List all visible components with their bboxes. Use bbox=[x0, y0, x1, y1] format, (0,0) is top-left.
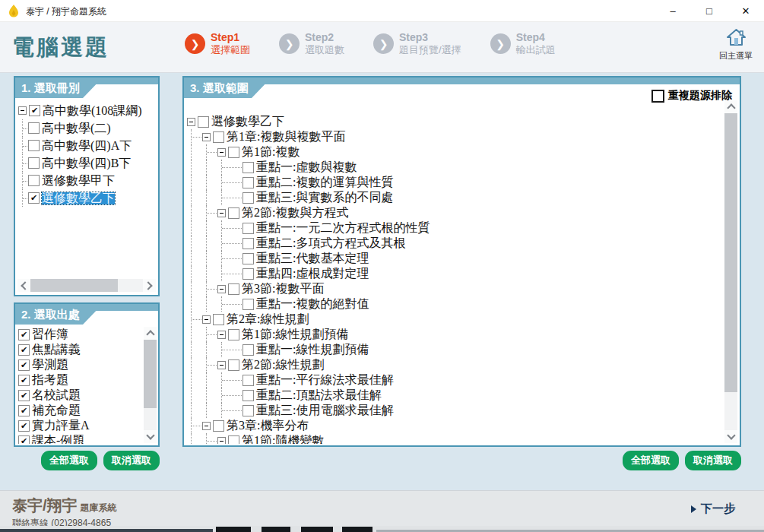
scrollbar-thumb[interactable] bbox=[724, 113, 737, 392]
node-checkbox[interactable] bbox=[18, 344, 30, 356]
collapse-minus-icon[interactable] bbox=[187, 118, 195, 126]
collapse-minus-icon[interactable] bbox=[217, 148, 226, 157]
collapse-minus-icon[interactable] bbox=[217, 331, 226, 339]
collapse-minus-icon[interactable] bbox=[202, 133, 211, 141]
scroll-left-button[interactable] bbox=[17, 279, 30, 292]
collapse-minus-icon[interactable] bbox=[217, 437, 226, 445]
scrollbar-thumb[interactable] bbox=[30, 279, 118, 292]
node-checkbox[interactable] bbox=[228, 207, 239, 219]
scope-label[interactable]: 第3節:複數平面 bbox=[242, 283, 324, 295]
collapse-minus-icon[interactable] bbox=[217, 285, 226, 293]
scope-label[interactable]: 重點一:平行線法求最佳解 bbox=[256, 374, 393, 386]
source-label[interactable]: 實力評量A bbox=[32, 420, 90, 432]
scope-label[interactable]: 第1節:隨機變數 bbox=[242, 435, 324, 444]
source-label[interactable]: 焦點講義 bbox=[32, 344, 81, 356]
collapse-minus-icon[interactable] bbox=[217, 209, 226, 217]
scope-label[interactable]: 重點一:複數的絕對值 bbox=[256, 298, 369, 310]
step-2[interactable]: ❯ Step2 選取題數 bbox=[279, 31, 344, 56]
source-label[interactable]: 名校試題 bbox=[32, 389, 81, 401]
scope-label[interactable]: 第2章:線性規劃 bbox=[227, 313, 309, 325]
node-checkbox[interactable] bbox=[243, 344, 254, 356]
step-3[interactable]: ❯ Step3 題目預覽/選擇 bbox=[373, 31, 461, 56]
collapse-minus-icon[interactable] bbox=[202, 315, 211, 324]
node-checkbox[interactable] bbox=[228, 329, 239, 340]
scrollbar-track[interactable] bbox=[144, 340, 157, 430]
node-checkbox[interactable] bbox=[18, 420, 30, 432]
scrollbar-track[interactable] bbox=[724, 113, 737, 430]
node-checkbox[interactable] bbox=[28, 157, 40, 169]
scope-label[interactable]: 重點一:線性規劃預備 bbox=[256, 344, 369, 356]
scroll-up-button[interactable] bbox=[724, 100, 737, 113]
scope-label[interactable]: 重點三:代數基本定理 bbox=[256, 252, 369, 264]
source-label[interactable]: 課本-例題 bbox=[32, 435, 84, 444]
scroll-right-button[interactable] bbox=[143, 279, 156, 292]
node-checkbox[interactable] bbox=[228, 283, 239, 295]
scope-label[interactable]: 選修數學乙下 bbox=[211, 116, 284, 128]
scope-label[interactable]: 重點四:虛根成對定理 bbox=[256, 268, 369, 280]
node-checkbox[interactable] bbox=[243, 223, 254, 234]
node-checkbox[interactable] bbox=[18, 435, 30, 445]
scope-label[interactable]: 第2節:線性規劃 bbox=[242, 359, 324, 371]
source-label[interactable]: 補充命題 bbox=[32, 404, 81, 416]
scope-label[interactable]: 第3章:機率分布 bbox=[227, 420, 309, 432]
book-label[interactable]: 選修數學甲下 bbox=[42, 175, 115, 187]
scope-label[interactable]: 重點一:虛數與複數 bbox=[256, 161, 357, 173]
duplicate-filter-checkbox[interactable] bbox=[651, 90, 664, 103]
maximize-button[interactable]: □ bbox=[691, 0, 728, 21]
node-checkbox[interactable] bbox=[28, 175, 40, 186]
book-label[interactable]: 高中數學(四)A下 bbox=[42, 140, 132, 152]
node-checkbox[interactable] bbox=[228, 435, 239, 445]
step-4[interactable]: ❯ Step4 輸出試題 bbox=[490, 31, 556, 56]
node-checkbox[interactable] bbox=[243, 299, 254, 310]
scroll-up-button[interactable] bbox=[144, 327, 157, 340]
scroll-down-button[interactable] bbox=[144, 430, 157, 443]
node-checkbox[interactable] bbox=[243, 192, 254, 204]
scrollbar-track[interactable] bbox=[30, 279, 143, 292]
node-checkbox[interactable] bbox=[243, 177, 254, 188]
duplicate-source-filter[interactable]: 重複題源排除 bbox=[648, 87, 735, 104]
home-button[interactable]: 回主選單 bbox=[714, 28, 758, 62]
minimize-button[interactable]: – bbox=[655, 0, 691, 21]
collapse-minus-icon[interactable] bbox=[18, 106, 27, 115]
node-checkbox[interactable] bbox=[29, 105, 40, 116]
scroll-down-button[interactable] bbox=[724, 430, 737, 443]
book-label[interactable]: 高中數學(四)B下 bbox=[42, 157, 131, 169]
collapse-minus-icon[interactable] bbox=[217, 361, 226, 369]
node-checkbox[interactable] bbox=[213, 131, 224, 143]
scope-label[interactable]: 重點二:多項式方程式及其根 bbox=[256, 237, 405, 249]
scope-label[interactable]: 第1節:複數 bbox=[242, 146, 300, 158]
node-checkbox[interactable] bbox=[213, 420, 224, 432]
scope-label[interactable]: 重點一:一元二次方程式根的性質 bbox=[256, 222, 430, 234]
step-1[interactable]: ❯ Step1 選擇範圍 bbox=[185, 31, 250, 56]
scrollbar-thumb[interactable] bbox=[144, 340, 157, 408]
scope-label[interactable]: 重點二:複數的運算與性質 bbox=[256, 176, 393, 188]
scope-label[interactable]: 重點三:與實數系的不同處 bbox=[256, 192, 393, 204]
node-checkbox[interactable] bbox=[243, 375, 254, 386]
deselect-all-button[interactable]: 取消選取 bbox=[685, 451, 741, 470]
scope-label[interactable]: 重點二:頂點法求最佳解 bbox=[256, 389, 381, 401]
book-label[interactable]: 選修數學乙下 bbox=[42, 192, 115, 204]
source-label[interactable]: 指考題 bbox=[32, 374, 68, 386]
node-checkbox[interactable] bbox=[28, 122, 40, 134]
node-checkbox[interactable] bbox=[28, 140, 40, 151]
collapse-minus-icon[interactable] bbox=[202, 422, 211, 430]
node-checkbox[interactable] bbox=[18, 405, 30, 416]
node-checkbox[interactable] bbox=[18, 359, 30, 371]
node-checkbox[interactable] bbox=[18, 375, 30, 386]
node-checkbox[interactable] bbox=[18, 329, 30, 340]
node-checkbox[interactable] bbox=[228, 359, 239, 371]
node-checkbox[interactable] bbox=[243, 162, 254, 173]
book-label[interactable]: 高中數學(二) bbox=[42, 122, 111, 135]
scope-label[interactable]: 第1章:複數與複數平面 bbox=[227, 131, 345, 143]
select-all-button[interactable]: 全部選取 bbox=[623, 451, 679, 470]
node-checkbox[interactable] bbox=[28, 192, 40, 204]
node-checkbox[interactable] bbox=[243, 268, 254, 280]
node-checkbox[interactable] bbox=[243, 253, 254, 264]
node-checkbox[interactable] bbox=[243, 238, 254, 249]
scope-label[interactable]: 重點三:使用電腦求最佳解 bbox=[256, 404, 393, 416]
select-all-button[interactable]: 全部選取 bbox=[41, 451, 97, 470]
scope-label[interactable]: 第1節:線性規劃預備 bbox=[242, 328, 348, 340]
node-checkbox[interactable] bbox=[18, 390, 30, 401]
close-button[interactable]: ✕ bbox=[728, 0, 764, 21]
node-checkbox[interactable] bbox=[198, 116, 209, 128]
